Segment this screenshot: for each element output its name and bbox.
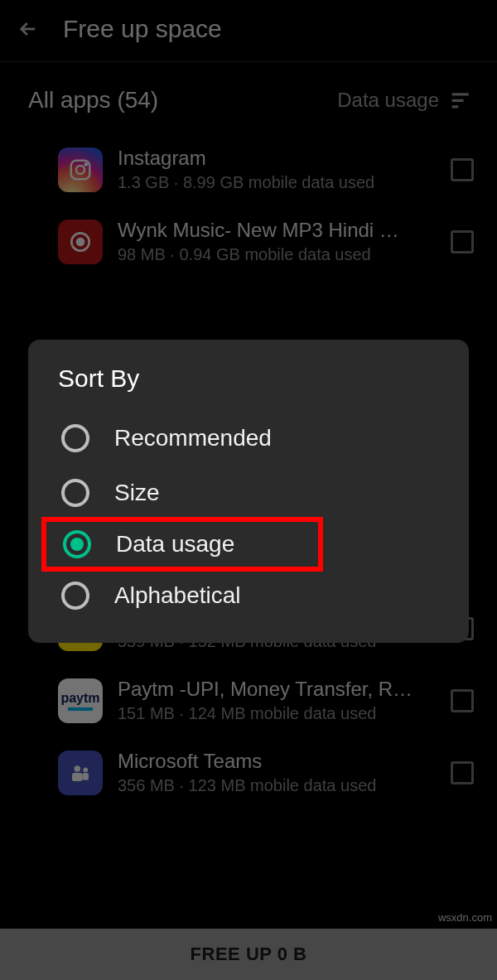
option-label: Data usage — [116, 531, 234, 558]
sort-option-recommended[interactable]: Recommended — [58, 411, 452, 466]
option-label: Alphabetical — [114, 582, 241, 609]
radio-icon — [61, 582, 89, 610]
option-label: Recommended — [114, 425, 272, 451]
watermark: wsxdn.com — [438, 911, 492, 924]
sort-option-alphabetical[interactable]: Alphabetical — [58, 568, 452, 623]
option-label: Size — [114, 480, 159, 506]
dialog-title: Sort By — [58, 364, 452, 393]
radio-icon — [61, 479, 89, 507]
sort-option-size[interactable]: Size — [58, 466, 452, 520]
radio-icon-selected — [63, 530, 91, 558]
sort-by-dialog: Sort By Recommended Size Data usage Alph… — [28, 340, 469, 643]
sort-option-data-usage[interactable]: Data usage — [41, 517, 323, 572]
radio-icon — [61, 424, 89, 452]
